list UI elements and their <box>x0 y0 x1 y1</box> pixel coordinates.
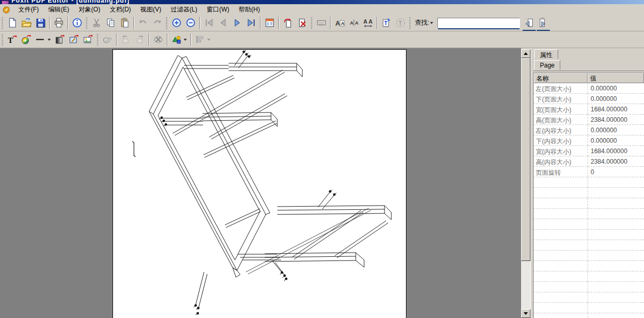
shapes-dropdown-arrow[interactable] <box>184 39 187 41</box>
bolt-group-bottom <box>280 271 287 281</box>
document-canvas[interactable] <box>0 48 521 318</box>
toolbar-separator <box>133 17 134 29</box>
align-button[interactable] <box>193 32 207 47</box>
column-header-name[interactable]: 名称 <box>534 73 587 83</box>
info-button[interactable] <box>70 16 84 30</box>
menu-file[interactable]: 文件(F) <box>14 4 43 15</box>
open-file-button[interactable] <box>19 16 33 30</box>
add-shading-button[interactable] <box>53 32 67 47</box>
font-replace-button[interactable]: AA <box>333 16 347 30</box>
edit-image-button[interactable] <box>67 32 81 47</box>
menu-help[interactable]: 帮助(H) <box>234 4 265 15</box>
zoom-out-button[interactable] <box>184 16 198 30</box>
scroll-up-button[interactable] <box>521 49 530 58</box>
page-layout-button[interactable] <box>263 16 277 30</box>
property-value[interactable]: 2384.000000 <box>587 115 644 124</box>
font-size-icon: AA <box>348 17 359 28</box>
keyboard-button[interactable] <box>314 16 329 30</box>
find-next-button[interactable] <box>536 16 550 30</box>
rotate-right-button[interactable] <box>133 32 147 47</box>
table-row-empty <box>534 313 644 318</box>
bolt-group-bottom-left <box>194 304 199 315</box>
property-name[interactable]: 宽(内容大小) <box>534 146 587 156</box>
copy-button[interactable] <box>104 16 118 30</box>
find-prev-button[interactable] <box>522 16 536 30</box>
property-value[interactable]: 1684.000000 <box>587 146 644 156</box>
add-color-button[interactable] <box>19 32 33 47</box>
property-name[interactable]: 宽(页面大小) <box>534 104 587 114</box>
column-header-value[interactable]: 值 <box>587 73 644 83</box>
property-name[interactable]: 下(页面大小) <box>534 94 587 104</box>
app-menu-icon <box>2 5 10 14</box>
property-name[interactable]: 高(内容大小) <box>534 156 587 166</box>
property-value[interactable]: 0.000000 <box>587 135 644 145</box>
toolbar-grip[interactable] <box>311 17 312 29</box>
find-dropdown-arrow[interactable] <box>430 22 433 24</box>
touchup-object-button[interactable] <box>100 32 115 47</box>
toolbar-grip[interactable] <box>2 17 3 29</box>
vertical-scrollbar[interactable] <box>521 49 530 318</box>
zoom-in-button[interactable] <box>170 16 184 30</box>
menu-document[interactable]: 文档(D) <box>105 4 136 15</box>
undo-button[interactable] <box>136 16 150 30</box>
svg-text:A: A <box>335 20 340 27</box>
scroll-down-button[interactable] <box>521 309 530 318</box>
paste-button[interactable] <box>118 16 132 30</box>
delete-page-button[interactable] <box>295 16 309 30</box>
menu-filter[interactable]: 过滤器(L) <box>166 4 202 15</box>
add-image-button[interactable] <box>81 32 95 47</box>
property-name[interactable]: 左(页面大小) <box>534 83 587 93</box>
new-file-button[interactable] <box>5 16 19 30</box>
property-value[interactable]: 0 <box>587 167 644 177</box>
first-page-button[interactable] <box>202 16 216 30</box>
add-text-button[interactable]: T <box>5 32 19 47</box>
font-size-button[interactable]: AA <box>347 16 361 30</box>
toolbar-grip[interactable] <box>97 34 98 46</box>
last-page-button[interactable] <box>244 16 258 30</box>
find-input[interactable] <box>437 18 520 28</box>
toolbar-grip[interactable] <box>86 17 87 29</box>
property-value[interactable]: 1684.000000 <box>587 104 644 114</box>
line-style-dropdown-arrow[interactable] <box>48 39 51 41</box>
pdf-page[interactable] <box>112 49 406 318</box>
shapes-button[interactable] <box>170 32 184 47</box>
delete-object-button[interactable] <box>151 32 165 47</box>
redo-button[interactable] <box>150 16 164 30</box>
property-value[interactable]: 0.000000 <box>587 125 644 135</box>
scrollbar-thumb[interactable] <box>521 58 530 261</box>
toolbar-grip[interactable] <box>166 17 167 29</box>
menu-object[interactable]: 对象(O) <box>74 4 105 15</box>
save-button[interactable] <box>33 16 48 30</box>
menu-window[interactable]: 窗口(W) <box>202 4 234 15</box>
toolbar-grip[interactable] <box>2 34 3 46</box>
print-button[interactable] <box>52 16 66 30</box>
properties-tab[interactable]: 属性 <box>534 49 558 59</box>
char-spacing-button[interactable]: AA <box>361 16 375 30</box>
toolbar-grip[interactable] <box>409 17 411 29</box>
color-wheel-icon <box>21 34 32 45</box>
cut-button[interactable] <box>89 16 104 30</box>
table-row-empty <box>534 271 644 282</box>
rotate-left-button[interactable] <box>119 32 133 47</box>
menu-edit[interactable]: 编辑(E) <box>43 4 74 15</box>
property-name[interactable]: 高(页面大小) <box>534 115 587 124</box>
tab-page[interactable]: Page <box>534 60 560 70</box>
next-page-button[interactable] <box>230 16 244 30</box>
prev-page-button[interactable] <box>216 16 230 30</box>
property-name[interactable]: 页面旋转 <box>534 167 587 177</box>
property-name[interactable]: 下(内容大小) <box>534 135 587 145</box>
text-circle-button[interactable]: T <box>393 16 408 30</box>
property-value[interactable]: 2384.000000 <box>587 156 644 166</box>
property-name[interactable]: 左(内容大小) <box>534 125 587 135</box>
property-value[interactable]: 0.000000 <box>587 94 644 104</box>
first-page-icon <box>204 17 214 28</box>
rotate-right-icon <box>134 34 145 45</box>
insert-text-button[interactable]: T <box>379 16 393 30</box>
svg-text:A: A <box>350 20 354 26</box>
insert-text-icon: T <box>381 17 392 28</box>
menu-view[interactable]: 视图(V) <box>135 4 166 15</box>
line-style-button[interactable] <box>33 32 48 47</box>
property-value[interactable]: 0.000000 <box>587 83 644 93</box>
insert-page-button[interactable] <box>281 16 295 30</box>
align-dropdown-arrow[interactable] <box>207 39 210 41</box>
